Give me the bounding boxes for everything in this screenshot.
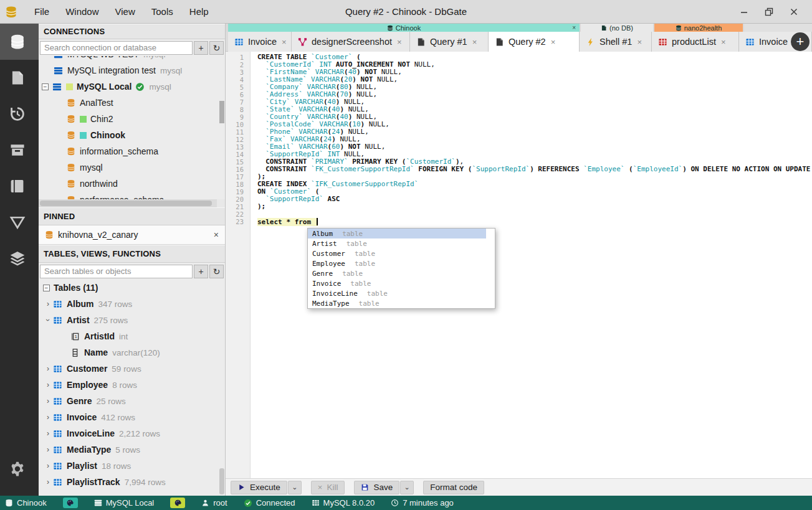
chevron-right-icon[interactable]: ›	[43, 397, 53, 405]
close-tab-icon[interactable]: ×	[472, 37, 477, 47]
format-code-button[interactable]: Format code	[423, 481, 484, 494]
menu-file[interactable]: File	[26, 0, 57, 24]
connection-item[interactable]: MYSQL WD TESTmysql	[39, 56, 225, 62]
status-user[interactable]: root	[201, 498, 227, 508]
chevron-right-icon[interactable]: ›	[43, 461, 53, 470]
close-tab-icon[interactable]: ×	[551, 37, 556, 47]
table-row[interactable]: ›Customer59 rows	[39, 361, 225, 377]
database-item[interactable]: performance_schema	[39, 192, 225, 199]
tab-group-nano2health[interactable]: nano2health	[654, 24, 743, 32]
autocomplete-item[interactable]: MediaTypetable	[308, 298, 495, 308]
tab-shell1[interactable]: Shell #1×	[580, 32, 652, 52]
hscroll-thumb[interactable]	[40, 201, 212, 206]
sql-editor[interactable]: 1234567891011121314151617181920212223 CR…	[226, 52, 812, 478]
save-button[interactable]: Save	[354, 481, 399, 494]
new-tab-button[interactable]: +	[791, 32, 810, 51]
autocomplete-item[interactable]: Artisttable	[308, 238, 495, 248]
tables-group-row[interactable]: −Tables (11)	[39, 280, 225, 296]
rail-item-settings[interactable]	[0, 451, 39, 487]
table-row[interactable]: ›MediaType5 rows	[39, 442, 225, 458]
autocomplete-item[interactable]: Genretable	[308, 268, 495, 278]
chevron-right-icon[interactable]: ›	[43, 429, 53, 438]
column-row[interactable]: 1ArtistIdint	[39, 328, 225, 344]
chevron-right-icon[interactable]: ›	[43, 478, 53, 486]
tab-query2[interactable]: Query #2×	[489, 32, 580, 52]
chevron-right-icon[interactable]: ›	[43, 300, 53, 308]
server-color-badge[interactable]	[170, 498, 185, 508]
rail-item-database[interactable]	[0, 24, 39, 60]
database-item[interactable]: information_schema	[39, 143, 225, 159]
connection-item[interactable]: MySQL integration testmysql	[39, 62, 225, 78]
collapse-icon[interactable]: −	[42, 83, 49, 90]
add-connection-button[interactable]: +	[194, 41, 208, 55]
close-tab-icon[interactable]: ×	[721, 37, 726, 47]
refresh-connections-button[interactable]: ↻	[209, 41, 224, 55]
tab-group-chinook[interactable]: Chinook×	[228, 24, 580, 32]
table-row[interactable]: ›Genre25 rows	[39, 393, 225, 409]
tab-designerscreenshot[interactable]: designerScreenshot×	[292, 32, 410, 52]
menu-help[interactable]: Help	[181, 0, 217, 24]
autocomplete-item[interactable]: Employeetable	[308, 258, 495, 268]
collapse-icon[interactable]: −	[43, 285, 50, 291]
autocomplete-item[interactable]: Albumtable	[308, 229, 495, 238]
status-server[interactable]: MySQL Local	[94, 498, 155, 508]
tab-group-nodb[interactable]: (no DB)	[581, 24, 653, 32]
rail-item-history[interactable]	[0, 96, 39, 132]
autocomplete-item[interactable]: Invoicetable	[308, 278, 495, 288]
table-row[interactable]: ›Playlist18 rows	[39, 458, 225, 474]
status-connected[interactable]: Connected	[244, 498, 295, 508]
table-row[interactable]: ›Artist275 rows	[39, 312, 225, 328]
database-item[interactable]: Chinook	[39, 127, 225, 143]
menu-tools[interactable]: Tools	[143, 0, 181, 24]
tab-productlist[interactable]: productList×	[652, 32, 739, 52]
database-item[interactable]: Chin2	[39, 111, 225, 127]
connections-hscrollbar[interactable]	[39, 199, 225, 207]
rail-item-filter-triangle[interactable]	[0, 204, 39, 240]
execute-button[interactable]: Execute	[231, 481, 287, 494]
close-group-icon[interactable]: ×	[572, 24, 576, 31]
add-table-button[interactable]: +	[194, 265, 208, 278]
close-tab-icon[interactable]: ×	[397, 37, 402, 47]
rail-item-archive[interactable]	[0, 132, 39, 168]
table-row[interactable]: ›InvoiceLine2,212 rows	[39, 425, 225, 442]
table-row[interactable]: ›Employee8 rows	[39, 377, 225, 393]
refresh-tables-button[interactable]: ↻	[209, 265, 224, 278]
unpin-close-icon[interactable]: ×	[214, 230, 219, 240]
tab-query1[interactable]: Query #1×	[410, 32, 489, 52]
database-item[interactable]: northwind	[39, 176, 225, 192]
tab-invoice[interactable]: Invoice×	[228, 32, 292, 52]
rail-item-file[interactable]	[0, 60, 39, 96]
pinned-item[interactable]: knihovna_v2_canary ×	[39, 225, 225, 245]
table-row[interactable]: ›Invoice412 rows	[39, 409, 225, 425]
status-last-refresh[interactable]: 7 minutes ago	[391, 498, 454, 508]
connection-item[interactable]: −MySQL Localmysql	[39, 78, 225, 95]
autocomplete-item[interactable]: InvoiceLinetable	[308, 288, 495, 298]
chevron-right-icon[interactable]: ›	[43, 380, 53, 389]
save-dropdown-button[interactable]: ⌄	[400, 481, 414, 494]
execute-dropdown-button[interactable]: ⌄	[288, 481, 302, 494]
autocomplete-item[interactable]: Customertable	[308, 248, 495, 258]
menu-window[interactable]: Window	[57, 0, 107, 24]
kill-button[interactable]: × Kill	[311, 481, 345, 494]
table-row[interactable]: ›Album347 rows	[39, 296, 225, 312]
connections-search-input[interactable]	[40, 41, 193, 55]
rail-item-layers[interactable]	[0, 240, 39, 276]
tables-search-input[interactable]	[40, 265, 193, 278]
database-item[interactable]: AnalTest	[39, 95, 225, 111]
status-database[interactable]: Chinook	[5, 498, 47, 508]
chevron-right-icon[interactable]: ›	[43, 364, 53, 373]
column-row[interactable]: Namevarchar(120)	[39, 344, 225, 361]
chevron-right-icon[interactable]: ›	[43, 413, 53, 422]
close-icon[interactable]	[786, 4, 802, 20]
table-row[interactable]: ›PlaylistTrack7,994 rows	[39, 474, 225, 490]
restore-icon[interactable]	[761, 4, 777, 20]
database-color-badge[interactable]	[63, 498, 78, 508]
rail-item-book[interactable]	[0, 168, 39, 204]
connections-vscroll-thumb[interactable]	[219, 101, 224, 123]
close-tab-icon[interactable]: ×	[637, 37, 642, 47]
chevron-down-icon[interactable]: ›	[44, 315, 52, 325]
tables-vscroll-thumb[interactable]	[219, 468, 224, 494]
menu-view[interactable]: View	[107, 0, 143, 24]
chevron-right-icon[interactable]: ›	[43, 445, 53, 454]
database-item[interactable]: mysql	[39, 159, 225, 176]
